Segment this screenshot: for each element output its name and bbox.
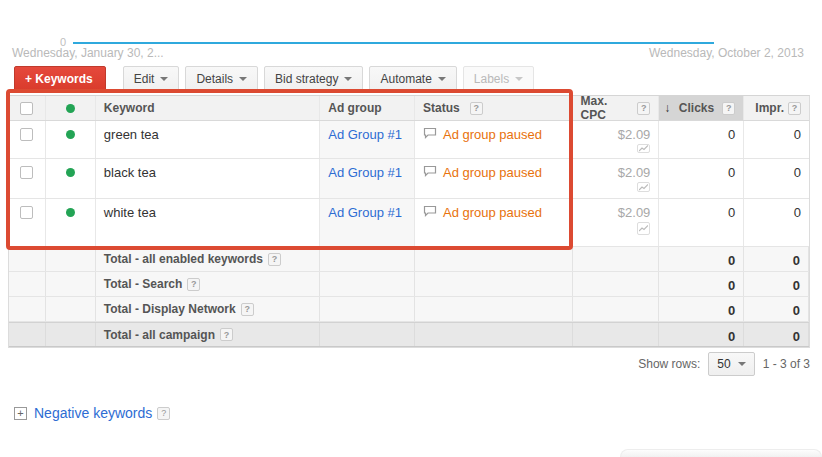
impr-cell: 0 [744, 159, 809, 198]
impr-cell: 0 [744, 121, 809, 158]
select-all-checkbox[interactable] [20, 102, 33, 115]
labels-button: Labels [463, 66, 534, 92]
select-all-cell [9, 96, 46, 120]
column-header-status[interactable]: Status ? [415, 96, 573, 120]
enabled-status-icon[interactable] [66, 208, 75, 217]
enabled-status-icon[interactable] [66, 104, 75, 113]
row-status-dot-cell [46, 159, 96, 198]
clicks-cell: 0 [659, 159, 744, 198]
empty-cell [320, 247, 415, 271]
enabled-status-icon[interactable] [66, 130, 75, 139]
total-row-enabled-keywords: Total - all enabled keywords ? 0 0 [9, 247, 809, 272]
help-icon[interactable]: ? [788, 102, 801, 115]
ad-group-cell: Ad Group #1 [320, 159, 415, 198]
rows-per-page-select[interactable]: 50 [708, 352, 754, 376]
empty-cell [415, 297, 573, 321]
keyword-cell: green tea [96, 121, 320, 158]
column-header-max-cpc[interactable]: Max. CPC ? [573, 96, 660, 120]
total-label: Total - Display Network ? [96, 297, 320, 321]
speech-bubble-icon [423, 127, 437, 139]
bid-strategy-button-label: Bid strategy [275, 72, 338, 86]
details-button-label: Details [196, 72, 233, 86]
ad-group-link[interactable]: Ad Group #1 [328, 165, 402, 180]
bid-strategy-button[interactable]: Bid strategy [264, 66, 363, 92]
negative-keywords-link[interactable]: Negative keywords [34, 405, 152, 421]
keyword-cell: white tea [96, 199, 320, 246]
empty-cell [573, 247, 660, 271]
total-row-display-network: Total - Display Network ? 0 0 [9, 297, 809, 322]
automate-button-label: Automate [380, 72, 431, 86]
ad-group-cell: Ad Group #1 [320, 121, 415, 158]
chart-end-date: Wednesday, October 2, 2013 [649, 46, 804, 60]
column-header-keyword[interactable]: Keyword [96, 96, 320, 120]
impr-cell: 0 [744, 297, 809, 321]
impr-cell: 0 [744, 199, 809, 246]
row-checkbox-cell [9, 159, 46, 198]
keyword-row: white tea Ad Group #1 Ad group paused $2… [9, 199, 809, 247]
max-cpc-cell: $2.09 [573, 159, 660, 198]
speech-bubble-icon [423, 165, 437, 177]
bid-strategy-chart-icon[interactable] [637, 182, 650, 192]
empty-cell [9, 247, 46, 271]
expand-plus-icon[interactable]: + [14, 407, 27, 420]
clicks-cell: 0 [659, 121, 744, 158]
help-icon[interactable]: ? [268, 253, 281, 266]
column-header-impr[interactable]: Impr. ? [744, 96, 809, 120]
empty-cell [573, 323, 660, 346]
empty-cell [573, 272, 660, 296]
pagination-range: 1 - 3 of 3 [763, 357, 810, 371]
help-icon[interactable]: ? [722, 102, 735, 115]
empty-cell [415, 247, 573, 271]
clicks-cell: 0 [659, 247, 744, 271]
help-icon[interactable]: ? [220, 328, 233, 341]
chart-start-date: Wednesday, January 30, 2... [12, 46, 164, 60]
empty-cell [9, 297, 46, 321]
bid-strategy-chart-icon[interactable] [637, 144, 650, 153]
ad-group-link[interactable]: Ad Group #1 [328, 127, 402, 142]
impr-cell: 0 [744, 247, 809, 271]
bid-strategy-chart-icon[interactable] [637, 222, 650, 235]
toolbar: + Keywords Edit Details Bid strategy Aut… [14, 66, 540, 91]
enabled-status-icon[interactable] [66, 168, 75, 177]
clicks-cell: 0 [659, 297, 744, 321]
total-label: Total - all enabled keywords ? [96, 247, 320, 271]
show-rows-label: Show rows: [638, 357, 700, 371]
column-header-ad-group[interactable]: Ad group [320, 96, 415, 120]
details-button[interactable]: Details [185, 66, 258, 92]
labels-button-label: Labels [474, 72, 509, 86]
total-row-search: Total - Search ? 0 0 [9, 272, 809, 297]
status-cell: Ad group paused [415, 159, 573, 198]
help-icon[interactable]: ? [241, 303, 254, 316]
ad-group-link[interactable]: Ad Group #1 [328, 205, 402, 220]
chevron-down-icon [438, 77, 446, 81]
edit-button[interactable]: Edit [123, 66, 180, 92]
chevron-down-icon [515, 77, 523, 81]
help-icon[interactable]: ? [637, 102, 650, 115]
row-checkbox-cell [9, 121, 46, 158]
max-cpc-cell: $2.09 [573, 199, 660, 246]
column-header-clicks[interactable]: ↓ Clicks ? [659, 96, 744, 120]
automate-button[interactable]: Automate [369, 66, 456, 92]
keyword-row: green tea Ad Group #1 Ad group paused $2… [9, 121, 809, 159]
empty-cell [9, 323, 46, 346]
bottom-right-panel-edge [620, 449, 822, 457]
edit-button-label: Edit [134, 72, 155, 86]
empty-cell [46, 247, 96, 271]
row-checkbox-cell [9, 199, 46, 246]
help-icon[interactable]: ? [157, 407, 170, 420]
empty-cell [320, 272, 415, 296]
row-checkbox[interactable] [20, 166, 33, 179]
keyword-row: black tea Ad Group #1 Ad group paused $2… [9, 159, 809, 199]
status-filter-cell [46, 96, 96, 120]
row-checkbox[interactable] [20, 206, 33, 219]
help-icon[interactable]: ? [187, 278, 200, 291]
help-icon[interactable]: ? [470, 102, 483, 115]
total-label: Total - all campaign ? [96, 323, 320, 346]
row-checkbox[interactable] [20, 128, 33, 141]
table-header-row: Keyword Ad group Status ? Max. CPC ? ↓ C… [9, 96, 809, 121]
chevron-down-icon [738, 362, 746, 366]
add-keywords-button[interactable]: + Keywords [14, 66, 106, 92]
sort-descending-icon: ↓ [664, 101, 670, 115]
empty-cell [46, 323, 96, 346]
empty-cell [320, 323, 415, 346]
